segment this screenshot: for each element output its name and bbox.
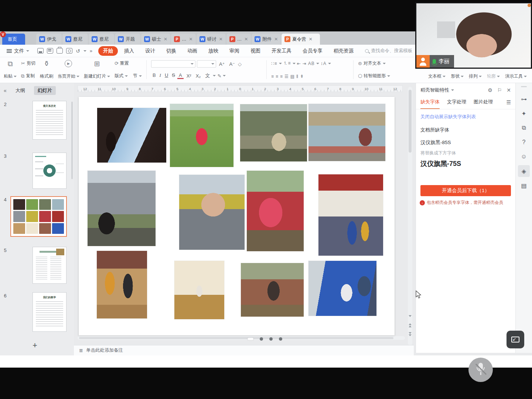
tab-close-icon[interactable]: ✕ [189,37,193,42]
document-tab[interactable]: W 蔡尼 [62,34,88,45]
menu-item[interactable]: 放映 [204,46,223,56]
font-family-select[interactable] [151,60,195,68]
highlight-icon[interactable]: ✎ [217,73,221,79]
copy-button[interactable]: ⧉ 复制 [21,73,35,79]
sidebar-scrollbar[interactable] [71,102,73,179]
horizontal-scrollbar[interactable] [78,336,405,340]
line-spacing-icon[interactable]: ↕A [321,61,327,66]
properties-icon[interactable]: ⊶ [518,93,530,105]
menu-item[interactable]: 插入 [119,46,139,56]
menu-item[interactable]: 会员专享 [298,46,327,56]
panel-menu-icon[interactable]: ☰ [506,99,511,108]
cut-button[interactable]: ✂ 剪切 [21,60,35,66]
list-level-icon[interactable]: ⇞ [300,74,304,79]
slide-thumbnail[interactable] [33,247,66,284]
help-icon[interactable]: ? [518,136,530,148]
palace-interior-photo[interactable] [174,261,224,319]
panel-tab[interactable]: 缺失字体 [420,99,440,109]
pin-icon[interactable]: ⚐ [497,87,502,93]
tab-close-icon[interactable]: ✕ [164,37,167,42]
menu-item[interactable]: 切换 [161,46,181,56]
align-right-icon[interactable]: ≡ [280,74,283,79]
increase-font-button[interactable]: A⁺ [218,61,226,67]
add-slide-button[interactable]: + [33,341,37,350]
paste-button[interactable]: ⧉ 粘贴 [4,59,17,80]
print-icon[interactable] [57,48,63,54]
horizontal-scrollbar-thumb[interactable] [79,337,393,339]
canal-bridge-photo[interactable] [308,104,386,161]
font-style-button[interactable]: U [163,72,170,79]
library-group-photo[interactable] [318,174,383,256]
document-tab[interactable]: W 伊戈 [36,34,62,45]
reset-button[interactable]: ⟳ 重置 [115,60,142,66]
gallery-easel-photo[interactable] [97,251,147,318]
font-style-button[interactable]: A [177,72,184,79]
screen-share-button[interactable] [507,331,524,348]
save-icon[interactable] [37,48,44,54]
colonnade-photo[interactable] [88,171,156,246]
distribute-icon[interactable]: ▤ [290,74,295,79]
text-direction-icon[interactable]: AB [308,61,315,66]
mascot-icon[interactable]: ☺ [518,151,530,163]
numbered-list-icon[interactable]: ⒈≡ [283,60,291,66]
document-tab[interactable]: W 附件 ✕ [252,34,281,45]
page-dot[interactable] [279,337,282,341]
grassland-photo[interactable] [170,104,233,167]
daoke-features-icon[interactable]: ◈ [518,165,530,177]
close-icon[interactable]: ✕ [507,87,511,93]
bullet-list-icon[interactable]: ∷≡ [271,61,277,66]
justify-icon[interactable]: ☰ [284,74,289,79]
increase-indent-icon[interactable]: ⇥ [303,61,307,66]
document-tab[interactable]: W 开题 [115,34,140,45]
menu-item[interactable]: 设计 [140,46,160,56]
new-slide-button[interactable]: ⊞ 新建幻灯片 [84,59,110,80]
mute-microphone-button[interactable] [468,358,493,382]
menu-item[interactable]: 开始 [98,46,118,56]
font-size-select[interactable] [197,60,216,68]
print-preview-icon[interactable] [66,48,72,54]
tab-close-icon[interactable]: ✕ [274,37,278,42]
scroll-down-icon[interactable] [409,315,412,318]
document-tab[interactable]: W 硕士 ✕ [141,34,170,45]
slide-thumbnail[interactable] [10,196,67,237]
panel-tab[interactable]: 文字处理 [447,99,466,109]
export-icon[interactable] [47,48,53,54]
document-tab[interactable]: V [26,34,35,45]
tab-close-icon[interactable]: ✕ [244,37,248,42]
undo-dropdown-icon[interactable] [83,50,86,52]
vertical-scrollbar[interactable] [408,87,412,345]
document-tab[interactable]: W 蔡尼 [89,34,114,45]
menu-item[interactable]: 审阅 [225,46,244,56]
align-left-icon[interactable]: ≡ [271,74,274,79]
subscript-button[interactable]: X₂ [194,73,202,79]
download-after-membership-button[interactable]: 开通会员后下载（1） [420,185,511,196]
menu-item[interactable]: 开发工具 [267,46,296,56]
tab-outline[interactable]: 大纲 [12,86,29,95]
current-slide[interactable] [79,97,395,335]
monument-photo[interactable] [240,104,307,161]
font-style-button[interactable]: I [158,72,163,79]
tab-close-icon[interactable]: ✕ [309,37,313,42]
video-call-overlay[interactable]: 李丽 [415,2,532,69]
command-search[interactable]: 查找命令、搜索模板 [365,48,413,54]
align-text-button[interactable]: ⊜ 对齐文本 [358,60,390,66]
document-tab[interactable]: P 夏令营 ✕ [282,34,320,45]
document-tab[interactable]: P … ✕ [226,34,251,45]
menu-item[interactable]: 稻壳资源 [329,46,358,56]
close-auto-display-link[interactable]: 关闭自动展示缺失字体列表 [416,109,515,122]
effects-star-icon[interactable]: ✦ [518,108,530,119]
superscript-button[interactable]: X² [185,73,193,79]
section-button[interactable]: 节 [133,73,137,79]
resource-box-icon[interactable]: ▤ [518,180,530,191]
menu-item[interactable]: 动画 [183,46,202,56]
more-commands-icon[interactable]: » [90,48,92,54]
decrease-font-button[interactable]: A⁻ [228,61,236,67]
duplicate-frames-icon[interactable]: ⧉ [518,122,530,134]
interview-photo[interactable] [308,261,377,316]
page-dot[interactable] [269,337,273,341]
play-from-current-button[interactable]: ▶ 当页开始 [58,59,79,80]
smart-graphic-button[interactable]: ⬡ 转智能图形 [358,73,390,79]
selfie-cap-photo[interactable] [179,175,245,250]
page-dot-active[interactable] [248,338,253,340]
font-style-button[interactable]: B [151,72,157,79]
